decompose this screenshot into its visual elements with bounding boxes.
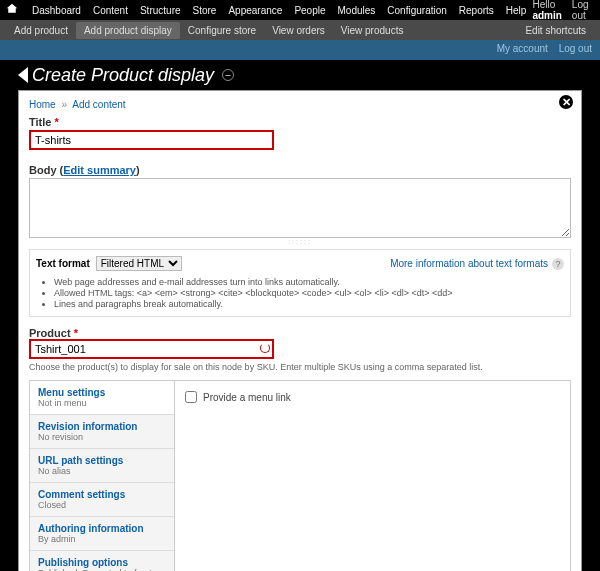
title-input[interactable] xyxy=(29,130,274,150)
shortcut-bar: Add product Add product display Configur… xyxy=(0,20,600,40)
nav-modules[interactable]: Modules xyxy=(332,1,382,20)
product-input[interactable] xyxy=(29,339,274,359)
breadcrumb: Home » Add content xyxy=(29,99,571,110)
shortcut-add-product[interactable]: Add product xyxy=(6,22,76,39)
help-icon[interactable]: ? xyxy=(552,258,564,270)
nav-content[interactable]: Content xyxy=(87,1,134,20)
body-textarea[interactable] xyxy=(29,178,571,238)
nav-store[interactable]: Store xyxy=(187,1,223,20)
edit-summary-link[interactable]: Edit summary xyxy=(63,164,136,176)
nav-appearance[interactable]: Appearance xyxy=(222,1,288,20)
overlay-panel: ✕ Home » Add content Title * Body (Edit … xyxy=(18,90,582,571)
page-header: My account Log out xyxy=(0,40,600,60)
vertical-tabs: Menu settingsNot in menu Revision inform… xyxy=(29,380,571,571)
nav-help[interactable]: Help xyxy=(500,1,533,20)
tab-comment-settings[interactable]: Comment settingsClosed xyxy=(30,483,174,517)
overlay-titlebar: Create Product display – xyxy=(18,60,582,90)
menu-link-checkbox-input[interactable] xyxy=(185,391,197,403)
text-format-label: Text format xyxy=(36,258,90,269)
product-description: Choose the product(s) to display for sal… xyxy=(29,362,571,372)
provide-menu-link-checkbox[interactable]: Provide a menu link xyxy=(185,391,560,403)
shortcut-view-products[interactable]: View products xyxy=(333,22,412,39)
nav-structure[interactable]: Structure xyxy=(134,1,187,20)
nav-reports[interactable]: Reports xyxy=(453,1,500,20)
breadcrumb-home[interactable]: Home xyxy=(29,99,56,110)
header-logout-link[interactable]: Log out xyxy=(559,43,592,54)
tab-url-path-settings[interactable]: URL path settingsNo alias xyxy=(30,449,174,483)
collapse-icon[interactable]: – xyxy=(222,69,234,81)
page-title: Create Product display xyxy=(32,65,214,86)
nav-dashboard[interactable]: Dashboard xyxy=(26,1,87,20)
breadcrumb-add-content[interactable]: Add content xyxy=(72,99,125,110)
tab-menu-settings[interactable]: Menu settingsNot in menu xyxy=(30,381,174,415)
tab-revision-information[interactable]: Revision informationNo revision xyxy=(30,415,174,449)
edit-shortcuts-link[interactable]: Edit shortcuts xyxy=(517,22,594,39)
text-format-more-link[interactable]: More information about text formats xyxy=(390,258,548,269)
product-label: Product * xyxy=(29,327,571,339)
nav-people[interactable]: People xyxy=(288,1,331,20)
shortcut-configure-store[interactable]: Configure store xyxy=(180,22,264,39)
tab-publishing-options[interactable]: Publishing optionsPublished, Promoted to… xyxy=(30,551,174,571)
home-icon[interactable] xyxy=(6,3,20,17)
my-account-link[interactable]: My account xyxy=(497,43,548,54)
text-format-select[interactable]: Filtered HTML xyxy=(96,256,182,271)
resize-grip-icon[interactable]: :::::: xyxy=(29,238,571,245)
shortcut-add-product-display[interactable]: Add product display xyxy=(76,22,180,39)
back-arrow-icon[interactable] xyxy=(18,67,28,83)
menu-settings-pane: Provide a menu link xyxy=(175,381,570,571)
close-icon[interactable]: ✕ xyxy=(557,93,575,111)
shortcut-view-orders[interactable]: View orders xyxy=(264,22,333,39)
format-tips: Web page addresses and e-mail addresses … xyxy=(54,277,564,309)
greeting-label: Hello admin xyxy=(532,0,561,21)
nav-configuration[interactable]: Configuration xyxy=(381,1,452,20)
autocomplete-throbber-icon xyxy=(260,343,270,353)
text-format-section: Text format Filtered HTML More informati… xyxy=(29,249,571,317)
title-label: Title * xyxy=(29,116,571,128)
body-label: Body (Edit summary) xyxy=(29,164,571,176)
tab-authoring-information[interactable]: Authoring informationBy admin xyxy=(30,517,174,551)
admin-toolbar: Dashboard Content Structure Store Appear… xyxy=(0,0,600,20)
